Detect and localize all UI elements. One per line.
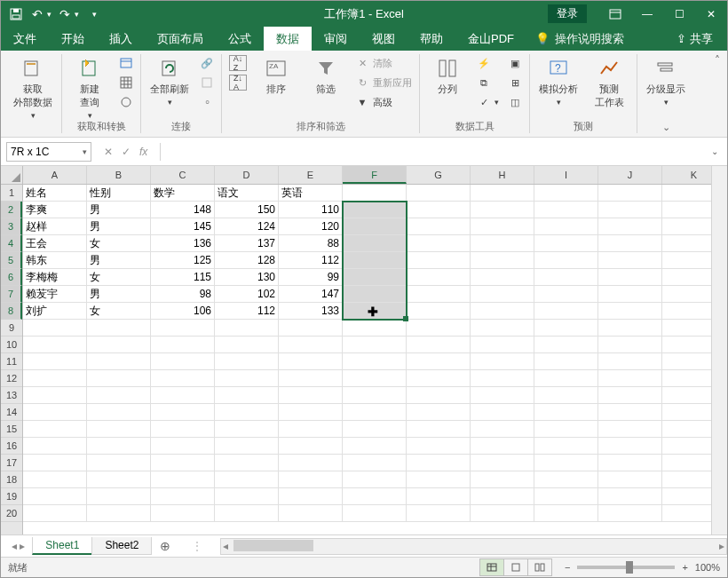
cell-F18[interactable] xyxy=(343,471,407,487)
cell-I3[interactable] xyxy=(534,218,598,234)
col-header-G[interactable]: G xyxy=(407,166,471,184)
redo-dropdown-icon[interactable]: ▾ xyxy=(75,10,79,19)
cell-D12[interactable] xyxy=(215,370,279,386)
cell-G2[interactable] xyxy=(407,202,471,218)
cell-C19[interactable] xyxy=(151,488,215,504)
cell-J2[interactable] xyxy=(598,202,662,218)
select-all-corner[interactable] xyxy=(1,166,23,185)
expand-formula-icon[interactable]: ⌄ xyxy=(711,146,722,156)
cell-E15[interactable] xyxy=(279,421,343,437)
cell-D5[interactable]: 128 xyxy=(215,252,279,268)
minimize-button[interactable]: — xyxy=(631,1,663,27)
row-header-13[interactable]: 13 xyxy=(1,387,22,404)
cell-D10[interactable] xyxy=(215,337,279,352)
cell-G18[interactable] xyxy=(407,471,471,487)
row-header-5[interactable]: 5 xyxy=(1,252,22,269)
cell-D14[interactable] xyxy=(215,404,279,420)
cell-I12[interactable] xyxy=(534,370,598,386)
consolidate-button[interactable]: ▣ xyxy=(506,54,524,72)
cell-B4[interactable]: 女 xyxy=(87,235,151,251)
cell-F7[interactable] xyxy=(343,286,407,302)
tab-layout[interactable]: 页面布局 xyxy=(145,27,216,51)
row-header-3[interactable]: 3 xyxy=(1,218,22,235)
cell-I8[interactable] xyxy=(534,303,598,319)
cell-H17[interactable] xyxy=(471,455,534,471)
cell-E19[interactable] xyxy=(279,488,343,504)
cell-E17[interactable] xyxy=(279,455,343,471)
cell-H12[interactable] xyxy=(471,370,534,386)
row-header-14[interactable]: 14 xyxy=(1,404,22,421)
cell-B8[interactable]: 女 xyxy=(87,303,151,319)
cell-D8[interactable]: 112 xyxy=(215,303,279,319)
cell-B20[interactable] xyxy=(87,505,151,521)
cell-B19[interactable] xyxy=(87,488,151,504)
tell-me[interactable]: 💡 操作说明搜索 xyxy=(535,27,624,51)
scroll-thumb[interactable] xyxy=(233,540,313,551)
cell-G11[interactable] xyxy=(407,353,471,369)
col-header-B[interactable]: B xyxy=(87,166,151,184)
cell-C15[interactable] xyxy=(151,421,215,437)
zoom-out-button[interactable]: − xyxy=(565,562,570,573)
col-header-I[interactable]: I xyxy=(534,166,598,184)
cell-A17[interactable] xyxy=(23,455,87,471)
cell-I4[interactable] xyxy=(534,235,598,251)
cell-G8[interactable] xyxy=(407,303,471,319)
cell-F16[interactable] xyxy=(343,438,407,454)
cell-J1[interactable] xyxy=(598,185,662,201)
undo-dropdown-icon[interactable]: ▾ xyxy=(47,10,51,19)
cell-D19[interactable] xyxy=(215,488,279,504)
cell-A10[interactable] xyxy=(23,337,87,352)
cell-G17[interactable] xyxy=(407,455,471,471)
cells-grid[interactable]: 姓名性别数学语文英语李爽男148150110赵样男145124120王会女136… xyxy=(23,185,727,534)
cell-D16[interactable] xyxy=(215,438,279,454)
cell-C10[interactable] xyxy=(151,337,215,352)
cell-J4[interactable] xyxy=(598,235,662,251)
row-header-12[interactable]: 12 xyxy=(1,370,22,387)
row-header-1[interactable]: 1 xyxy=(1,185,22,202)
cell-G4[interactable] xyxy=(407,235,471,251)
ribbon-options-icon[interactable] xyxy=(599,1,631,27)
row-header-6[interactable]: 6 xyxy=(1,269,22,286)
col-header-A[interactable]: A xyxy=(23,166,87,184)
cell-B10[interactable] xyxy=(87,337,151,352)
cell-I9[interactable] xyxy=(534,320,598,336)
cell-C20[interactable] xyxy=(151,505,215,521)
save-icon[interactable] xyxy=(8,6,24,22)
cell-C1[interactable]: 数学 xyxy=(151,185,215,201)
cell-A2[interactable]: 李爽 xyxy=(23,202,87,218)
zoom-in-button[interactable]: + xyxy=(682,562,687,573)
cell-D4[interactable]: 137 xyxy=(215,235,279,251)
cell-H13[interactable] xyxy=(471,387,534,403)
cell-F13[interactable] xyxy=(343,387,407,403)
cell-H6[interactable] xyxy=(471,269,534,285)
cell-G15[interactable] xyxy=(407,421,471,437)
cell-J16[interactable] xyxy=(598,438,662,454)
cell-C12[interactable] xyxy=(151,370,215,386)
cell-I16[interactable] xyxy=(534,438,598,454)
cell-H2[interactable] xyxy=(471,202,534,218)
cell-J10[interactable] xyxy=(598,337,662,352)
validation-button[interactable]: ✓▾ xyxy=(475,93,501,111)
cell-J9[interactable] xyxy=(598,320,662,336)
datamodel-button[interactable]: ◫ xyxy=(506,93,524,111)
cell-E4[interactable]: 88 xyxy=(279,235,343,251)
row-header-9[interactable]: 9 xyxy=(1,320,22,337)
connections-button[interactable]: 🔗 xyxy=(198,54,216,72)
cell-A4[interactable]: 王会 xyxy=(23,235,87,251)
cell-D3[interactable]: 124 xyxy=(215,218,279,234)
cell-B13[interactable] xyxy=(87,387,151,403)
cell-A5[interactable]: 韩东 xyxy=(23,252,87,268)
cell-I1[interactable] xyxy=(534,185,598,201)
sheet-nav[interactable]: ◂ ▸ xyxy=(4,540,32,552)
name-box[interactable]: 7R x 1C ▾ xyxy=(6,142,91,162)
cell-H20[interactable] xyxy=(471,505,534,521)
cell-I18[interactable] xyxy=(534,471,598,487)
cell-F3[interactable] xyxy=(343,218,407,234)
cell-D20[interactable] xyxy=(215,505,279,521)
cell-J13[interactable] xyxy=(598,387,662,403)
cell-J12[interactable] xyxy=(598,370,662,386)
cell-E3[interactable]: 120 xyxy=(279,218,343,234)
name-box-dropdown-icon[interactable]: ▾ xyxy=(83,147,87,156)
cell-I19[interactable] xyxy=(534,488,598,504)
relationships-button[interactable]: ⊞ xyxy=(506,74,524,91)
